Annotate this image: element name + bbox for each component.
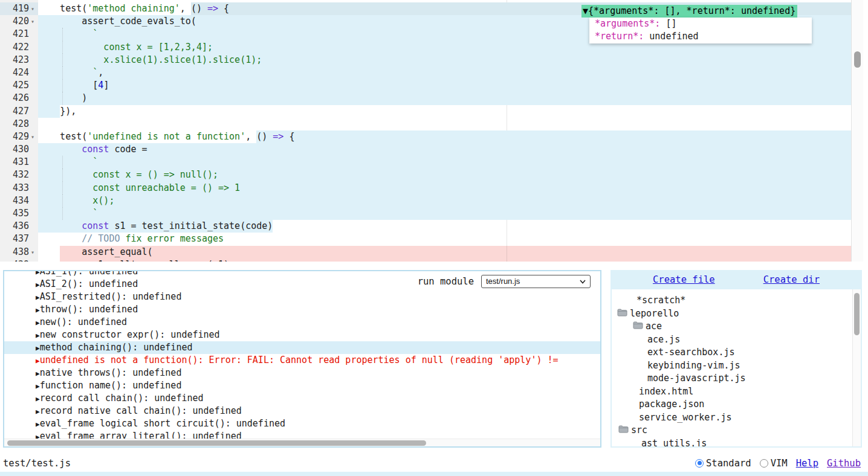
gutter-cell[interactable]: 429▾	[0, 130, 38, 143]
code-line[interactable]: assert_equal(	[38, 246, 851, 259]
gutter-cell[interactable]: 431	[0, 156, 38, 169]
tree-item[interactable]: ext-searchbox.js	[612, 346, 861, 359]
expand-triangle-icon[interactable]: ▶	[36, 294, 40, 301]
editor-scrollbar[interactable]	[851, 0, 863, 262]
fold-icon[interactable]: ▾	[29, 15, 36, 28]
tree-item[interactable]: service_worker.js	[612, 411, 861, 425]
fold-icon[interactable]: ▾	[29, 2, 36, 15]
gutter-cell[interactable]: 437	[0, 233, 38, 245]
code-line[interactable]: const x = () => null();	[38, 169, 851, 181]
code-line[interactable]: }),	[38, 105, 851, 118]
gutter-cell[interactable]: 422	[0, 41, 38, 54]
console-item[interactable]: ▶record native call chain(): undefined	[4, 405, 600, 417]
code-line[interactable]: )	[38, 92, 851, 105]
console-hscrollbar[interactable]	[4, 439, 600, 446]
gutter-cell[interactable]: 425	[0, 79, 38, 92]
code-line[interactable]: const s1 = test_initial_state(code)	[38, 220, 851, 233]
console-item[interactable]: ▶eval_frame logical short circuit(): und…	[4, 417, 600, 430]
github-link[interactable]: Github	[827, 458, 861, 469]
expand-triangle-icon[interactable]: ▶	[36, 382, 40, 390]
expand-triangle-icon[interactable]: ▶	[36, 370, 40, 378]
code-line[interactable]: [4]	[38, 79, 851, 92]
tree-item[interactable]: ace	[612, 320, 861, 333]
gutter-cell[interactable]: 438▾	[0, 246, 38, 259]
code-line[interactable]: x.slice(1).slice(1).slice(1);	[38, 54, 851, 66]
code-editor[interactable]: 419▾420▾421422423424425426427428429▾4304…	[0, 0, 868, 262]
code-line[interactable]: const code =	[38, 143, 851, 156]
tree-item[interactable]: mode-javascript.js	[612, 372, 861, 385]
console-item[interactable]: ▶undefined is not a function(): Error: F…	[4, 354, 600, 367]
create-dir-link[interactable]: Create dir	[763, 274, 820, 285]
console-item[interactable]: ▶ASI_restrited(): undefined	[4, 291, 600, 303]
tree-item[interactable]: package.json	[612, 398, 861, 411]
gutter-cell[interactable]: 435	[0, 207, 38, 220]
gutter-cell[interactable]: 424	[0, 66, 38, 79]
console-item[interactable]: ▶throw(): undefined	[4, 303, 600, 316]
gutter-cell[interactable]: 439	[0, 259, 38, 262]
gutter-cell[interactable]: 436	[0, 220, 38, 233]
gutter-cell[interactable]: 428	[0, 118, 38, 130]
expand-triangle-icon[interactable]: ▶	[36, 306, 40, 314]
code-line[interactable]: const unreachable = () => 1	[38, 182, 851, 195]
gutter-cell[interactable]: 420▾	[0, 15, 38, 28]
run-module-select[interactable]: test/run.js	[481, 275, 591, 288]
code-line[interactable]: `	[38, 207, 851, 220]
tree-item[interactable]: leporello	[612, 307, 861, 321]
code-token: ,	[98, 66, 103, 79]
console-item[interactable]: ▶eval_frame array_literal(): undefined	[4, 430, 600, 439]
tree-item[interactable]: index.html	[612, 385, 861, 399]
tooltip-entry[interactable]: *arguments*: []	[589, 18, 812, 30]
file-tree-scrollbar-thumb[interactable]	[854, 293, 860, 335]
help-link[interactable]: Help	[796, 458, 818, 469]
expand-triangle-icon[interactable]: ▶	[36, 319, 40, 327]
code-line[interactable]: `,	[38, 66, 851, 79]
tree-item[interactable]: *scratch*	[612, 294, 861, 307]
fold-icon[interactable]: ▾	[29, 130, 36, 143]
expand-triangle-icon[interactable]: ▶	[36, 344, 40, 352]
editor-scrollbar-thumb[interactable]	[854, 51, 861, 68]
tree-item[interactable]: ace.js	[612, 333, 861, 347]
gutter-cell[interactable]: 426	[0, 92, 38, 105]
gutter-cell[interactable]: 421	[0, 28, 38, 40]
radio-standard-icon[interactable]	[695, 459, 704, 468]
radio-standard[interactable]: Standard	[695, 458, 751, 469]
expand-triangle-icon[interactable]: ▶	[36, 357, 40, 365]
gutter-cell[interactable]: 427	[0, 105, 38, 118]
create-file-link[interactable]: Create file	[653, 274, 715, 285]
radio-vim-icon[interactable]	[760, 459, 768, 468]
tree-item[interactable]: keybinding-vim.js	[612, 359, 861, 373]
code-line[interactable]	[38, 118, 851, 130]
console-item[interactable]: ▶new(): undefined	[4, 316, 600, 329]
code-line[interactable]: // TODO fix error messages	[38, 233, 851, 245]
radio-vim[interactable]: VIM	[760, 458, 788, 469]
expand-triangle-icon[interactable]: ▶	[36, 408, 40, 416]
expand-triangle-icon[interactable]: ▶	[36, 281, 40, 289]
tooltip-header[interactable]: ▼{*arguments*: [], *return*: undefined}	[581, 5, 797, 18]
gutter-cell[interactable]: 419▾	[0, 2, 38, 15]
code-line[interactable]: test('undefined is not a function', () =…	[38, 130, 851, 143]
gutter-cell[interactable]: 423	[0, 54, 38, 66]
expand-triangle-icon[interactable]: ▶	[36, 271, 40, 276]
gutter-cell[interactable]: 434	[0, 195, 38, 207]
gutter-cell[interactable]: 430	[0, 143, 38, 156]
expand-triangle-icon[interactable]: ▶	[36, 433, 40, 439]
console-item[interactable]: ▶new constructor expr(): undefined	[4, 329, 600, 341]
expand-triangle-icon[interactable]: ▶	[36, 395, 40, 403]
console-item[interactable]: ▶method chaining(): undefined	[4, 341, 600, 354]
code-line[interactable]: s1.calltree.call.args(-1)	[38, 259, 851, 262]
tree-item[interactable]: ast_utils.js	[612, 437, 861, 447]
tree-item[interactable]: src	[612, 424, 861, 437]
console-item[interactable]: ▶native throws(): undefined	[4, 367, 600, 379]
code-line[interactable]: `	[38, 156, 851, 169]
console-item[interactable]: ▶record call chain(): undefined	[4, 392, 600, 405]
tooltip-entry[interactable]: *return*: undefined	[589, 30, 812, 43]
expand-triangle-icon[interactable]: ▶	[36, 332, 40, 339]
gutter-cell[interactable]: 432	[0, 169, 38, 181]
file-tree-scrollbar[interactable]	[852, 289, 861, 446]
console-hscrollbar-thumb[interactable]	[7, 440, 426, 446]
expand-triangle-icon[interactable]: ▶	[36, 420, 40, 428]
code-line[interactable]: x();	[38, 195, 851, 207]
gutter-cell[interactable]: 433	[0, 182, 38, 195]
fold-icon[interactable]: ▾	[29, 246, 36, 259]
console-item[interactable]: ▶function name(): undefined	[4, 379, 600, 392]
